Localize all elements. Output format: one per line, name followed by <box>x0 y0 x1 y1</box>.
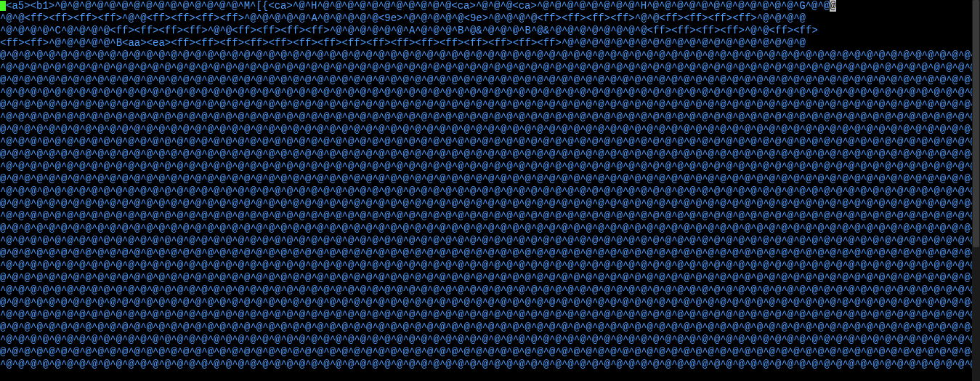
terminal-line: ^@^@^@^@^@^@^@^@^@^@^@^@^@^@^@^@^@^@^@^@… <box>0 358 972 371</box>
terminal-line: ^@^@^@^@^@^@^@^@^@^@^@^@^@^@^@^@^@^@^@^@… <box>0 235 972 247</box>
terminal-line: @^@^@^@^@^@^@^@^@^@^@^@^@^@^@^@^@^@^@^@^… <box>0 124 972 136</box>
terminal-line: ^@^@^@^@^@^@^@^@^@^@^@^@^@^@^@^@^@^@^@^@… <box>0 210 972 222</box>
highlighted-char: @ <box>830 0 835 12</box>
terminal-line: @^@^@^@^@^@^@^@^@^@^@^@^@^@^@^@^@^@^@^@^… <box>0 346 972 358</box>
terminal-line: ^@^@^@^@^@^@^@^@^@^@^@^@^@^@^@^@^@^@^@^@… <box>0 260 972 272</box>
terminal-line: ^@^@<ff><ff><ff><ff>^@^@<ff><ff><ff><ff>… <box>0 12 972 25</box>
terminal-line: ^@^@^@^@^C^@^@^@^@<ff><ff><ff><ff>^@^@<f… <box>0 25 972 37</box>
terminal-line: ^@^@^@^@^@^@^@^@^@^@^@^@^@^@^@^@^@^@^@^@… <box>0 111 972 124</box>
terminal-line: ^@^@^@^@^@^@^@^@^@^@^@^@^@^@^@^@^@^@^@^@… <box>0 284 972 297</box>
terminal-line: @^@^@^@^@^@^@^@^@^@^@^@^@^@^@^@^@^@^@^@^… <box>0 272 972 284</box>
terminal-line: @^@^@^@^@^@^@^@^@^@^@^@^@^@^@^@^@^@^@^@^… <box>0 297 972 309</box>
terminal-line: @^@^@^@^@^@^@^@^@^@^@^@^@^@^@^@^@^@^@^@^… <box>0 74 972 87</box>
terminal-line: ^@^@^@^@^@^@^@^@^@^@^@^@^@^@^@^@^@^@^@^@… <box>0 87 972 99</box>
scrollbar-track[interactable] <box>972 0 980 381</box>
terminal-viewport[interactable]: <a5><b1>^@^@^@^@^@^@^@^@^@^@^@^@^@^@^@^M… <box>0 0 972 381</box>
terminal-line: <ff><ff>^@^@^@^@^@^B<aa><ea><ff><ff><ff>… <box>0 37 972 49</box>
terminal-line: ^@^@^@^@^@^@^@^@^@^@^@^@^@^@^@^@^@^@^@^@… <box>0 136 972 148</box>
terminal-line: ^@^@^@^@^@^@^@^@^@^@^@^@^@^@^@^@^@^@^@^@… <box>0 62 972 74</box>
terminal-line: ^@^@^@^@^@^@^@^@^@^@^@^@^@^@^@^@^@^@^@^@… <box>0 161 972 173</box>
terminal-line: @^@^@^@^@^@^@^@^@^@^@^@^@^@^@^@^@^@^@^@^… <box>0 99 972 111</box>
terminal-line: @^@^@^@^@^@^@^@^@^@^@^@^@^@^@^@^@^@^@^@^… <box>0 247 972 260</box>
scrollbar-thumb[interactable] <box>973 0 979 247</box>
terminal-line: ^@^@^@^@^@^@^@^@^@^@^@^@^@^@^@^@^@^@^@^@… <box>0 334 972 346</box>
terminal-line: @^@^@^@^@^@^@^@^@^@^@^@^@^@^@^@^@^@^@^@^… <box>0 321 972 334</box>
cursor-block <box>0 1 6 11</box>
terminal-line: ^@^@^@^@^@^@^@^@^@^@^@^@^@^@^@^@^@^@^@^@… <box>0 309 972 321</box>
terminal-line: @^@^@^@^@^@^@^@^@^@^@^@^@^@^@^@^@^@^@^@^… <box>0 49 972 62</box>
terminal-line: @^@^@^@^@^@^@^@^@^@^@^@^@^@^@^@^@^@^@^@^… <box>0 198 972 210</box>
terminal-line: @^@^@^@^@^@^@^@^@^@^@^@^@^@^@^@^@^@^@^@^… <box>0 222 972 235</box>
terminal-line: @^@^@^@^@^@^@^@^@^@^@^@^@^@^@^@^@^@^@^@^… <box>0 148 972 161</box>
terminal-line: <a5><b1>^@^@^@^@^@^@^@^@^@^@^@^@^@^@^@^M… <box>0 0 972 12</box>
terminal-line: ^@^@^@^@^@^@^@^@^@^@^@^@^@^@^@^@^@^@^@^@… <box>0 185 972 198</box>
terminal-line: @^@^@^@^@^@^@^@^@^@^@^@^@^@^@^@^@^@^@^@^… <box>0 173 972 185</box>
